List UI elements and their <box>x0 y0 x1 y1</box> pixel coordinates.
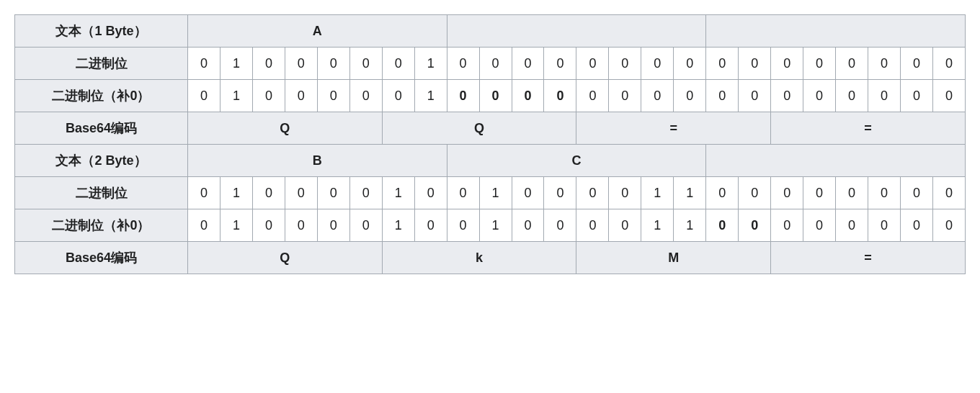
table-cell: 0 <box>803 177 836 209</box>
table-cell: 1 <box>674 177 706 209</box>
table-cell: 0 <box>252 209 285 242</box>
table-cell: 0 <box>900 80 932 112</box>
table-cell <box>706 15 966 48</box>
table-cell: 0 <box>706 80 739 112</box>
table-cell: 0 <box>771 80 803 112</box>
table-cell: 0 <box>317 177 349 209</box>
table-cell <box>447 15 706 48</box>
table-cell: 0 <box>706 209 739 242</box>
table-cell: 0 <box>349 177 382 209</box>
table-cell: 0 <box>447 80 479 112</box>
table-cell: Q <box>188 112 383 145</box>
table-cell: B <box>188 145 447 177</box>
table-cell: 0 <box>739 177 771 209</box>
table-cell: 0 <box>252 177 285 209</box>
table-cell: 1 <box>382 209 414 242</box>
table-cell: 0 <box>447 209 479 242</box>
table-cell: 0 <box>803 209 836 242</box>
table-cell: 0 <box>512 177 544 209</box>
table-cell: 0 <box>576 80 609 112</box>
table-row: 二进制位（补0）010000100100001100000000 <box>15 209 966 242</box>
table-cell: 0 <box>706 177 739 209</box>
table-cell: 0 <box>739 48 771 80</box>
table-cell: 0 <box>544 209 576 242</box>
table-cell: 0 <box>285 177 317 209</box>
table-cell: C <box>447 145 706 177</box>
table-cell: 0 <box>609 177 641 209</box>
table-cell: 0 <box>188 48 220 80</box>
table-cell: Q <box>188 242 383 274</box>
table-cell: 0 <box>349 209 382 242</box>
row-label: 二进制位（补0） <box>15 209 188 242</box>
table-cell: 0 <box>188 209 220 242</box>
table-cell: 0 <box>285 48 317 80</box>
table-cell: 1 <box>641 177 674 209</box>
row-label: 文本（1 Byte） <box>15 15 188 48</box>
table-cell: 1 <box>674 209 706 242</box>
table-cell: 1 <box>382 177 414 209</box>
table-cell: 0 <box>771 209 803 242</box>
table-cell: 0 <box>512 80 544 112</box>
table-cell: M <box>576 242 771 274</box>
table-cell: 1 <box>220 80 252 112</box>
table-cell: 0 <box>576 209 609 242</box>
row-label: 二进制位（补0） <box>15 80 188 112</box>
row-label: 二进制位 <box>15 48 188 80</box>
table-cell: 0 <box>932 177 965 209</box>
table-cell: 1 <box>220 209 252 242</box>
table-cell: 0 <box>285 80 317 112</box>
table-cell: 0 <box>252 48 285 80</box>
table-row: 二进制位010000100100001100000000 <box>15 177 966 209</box>
table-cell: 0 <box>317 48 349 80</box>
table-cell: 0 <box>739 209 771 242</box>
table-cell: 0 <box>576 177 609 209</box>
table-cell: 0 <box>900 209 932 242</box>
table-cell: Q <box>382 112 576 145</box>
row-label: Base64编码 <box>15 242 188 274</box>
table-cell: 0 <box>382 80 414 112</box>
table-cell: 0 <box>544 48 576 80</box>
table-row: Base64编码QQ== <box>15 112 966 145</box>
table-cell: 1 <box>479 209 512 242</box>
table-row: 文本（1 Byte）A <box>15 15 966 48</box>
table-cell: 0 <box>674 80 706 112</box>
table-cell: 0 <box>706 48 739 80</box>
table-cell: 0 <box>932 80 965 112</box>
table-cell: 0 <box>544 80 576 112</box>
table-cell: 0 <box>868 48 901 80</box>
table-cell: 0 <box>739 80 771 112</box>
table-cell: 0 <box>900 48 932 80</box>
table-cell: = <box>771 242 966 274</box>
row-label: 文本（2 Byte） <box>15 145 188 177</box>
table-cell: 0 <box>868 209 901 242</box>
table-cell: 0 <box>414 177 447 209</box>
table-cell: 0 <box>188 80 220 112</box>
table-row: 文本（2 Byte）BC <box>15 145 966 177</box>
table-cell: 0 <box>609 209 641 242</box>
table-cell: 0 <box>609 48 641 80</box>
table-cell: 0 <box>576 48 609 80</box>
base64-encoding-table: 文本（1 Byte）A二进制位010000010000000000000000二… <box>14 14 966 274</box>
table-cell: 0 <box>479 48 512 80</box>
table-cell: 0 <box>188 177 220 209</box>
table-cell: 0 <box>447 48 479 80</box>
row-label: Base64编码 <box>15 112 188 145</box>
table-cell: 0 <box>771 177 803 209</box>
table-cell: = <box>771 112 966 145</box>
table-cell: 0 <box>900 177 932 209</box>
table-cell: 0 <box>836 209 868 242</box>
table-cell: 0 <box>285 209 317 242</box>
table-cell: 0 <box>349 80 382 112</box>
table-row: 二进制位010000010000000000000000 <box>15 48 966 80</box>
table-cell: 0 <box>414 209 447 242</box>
table-cell: 0 <box>252 80 285 112</box>
table-cell: 0 <box>803 80 836 112</box>
table-row: 二进制位（补0）010000010000000000000000 <box>15 80 966 112</box>
table-cell: 0 <box>382 48 414 80</box>
table-cell: 0 <box>609 80 641 112</box>
table-cell: 0 <box>803 48 836 80</box>
table-cell: 0 <box>349 48 382 80</box>
table-cell <box>706 145 966 177</box>
table-cell: 1 <box>479 177 512 209</box>
table-cell: A <box>188 15 447 48</box>
